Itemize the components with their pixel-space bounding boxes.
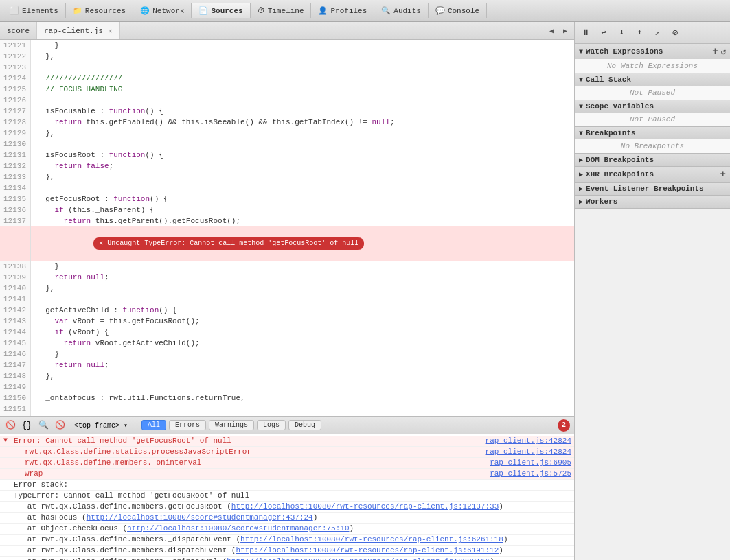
console-info-entry: at Object.checkFocus (http://localhost:1… bbox=[0, 524, 574, 535]
main-area: score rap-client.js ✕ ◀ ▶ 12121 } 12122 bbox=[0, 22, 730, 560]
event-listener-header[interactable]: ▶ Event Listener Breakpoints bbox=[575, 183, 730, 195]
console-content[interactable]: ▼ Error: Cannot call method 'getFocusRoo… bbox=[0, 434, 574, 560]
table-row: 12138 } bbox=[0, 261, 574, 272]
step-into-button[interactable]: ⬇ bbox=[613, 25, 630, 41]
tab-elements[interactable]: ⬜ Elements bbox=[3, 3, 66, 18]
debug-toolbar: ⏸ ↩ ⬇ ⬆ ↗ ⊘ bbox=[575, 22, 730, 44]
step-out-button[interactable]: ⬆ bbox=[631, 25, 648, 41]
table-row: 12151 bbox=[0, 404, 574, 415]
tab-resources[interactable]: 📁 Resources bbox=[66, 3, 133, 18]
refresh-watch-button[interactable]: ↺ bbox=[721, 47, 726, 57]
table-row: 12125 // FOCUS HANDLING bbox=[0, 84, 574, 95]
workers-arrow-icon: ▶ bbox=[579, 198, 583, 206]
filter-warnings[interactable]: Warnings bbox=[209, 420, 254, 430]
console-entry-text: rwt.qx.Class.define.statics.processJavaS… bbox=[22, 447, 483, 457]
breakpoints-header[interactable]: ▼ Breakpoints bbox=[575, 127, 730, 139]
call-stack-arrow-icon: ▼ bbox=[579, 76, 583, 84]
sources-icon: 📄 bbox=[198, 6, 208, 15]
file-tab-score[interactable]: score bbox=[0, 22, 37, 39]
resources-icon: 📁 bbox=[73, 6, 82, 15]
xhr-breakpoints-title: XHR Breakpoints bbox=[586, 170, 654, 178]
xhr-breakpoints-header[interactable]: ▶ XHR Breakpoints + bbox=[575, 167, 730, 182]
breakpoints-title: Breakpoints bbox=[586, 129, 636, 137]
tab-sources[interactable]: 📄 Sources bbox=[192, 3, 250, 18]
table-row: 12124 ///////////////// bbox=[0, 73, 574, 84]
workers-title: Workers bbox=[586, 198, 617, 206]
tab-console[interactable]: 💬 Console bbox=[429, 3, 487, 18]
scope-variables-header[interactable]: ▼ Scope Variables bbox=[575, 100, 730, 113]
watch-expressions-section: ▼ Watch Expressions + ↺ No Watch Express… bbox=[575, 44, 730, 73]
stack-link[interactable]: http://localhost:10080/rwt-resources/rap… bbox=[236, 546, 499, 555]
console-entry-text: Error: Cannot call method 'getFocusRoot'… bbox=[11, 436, 483, 446]
step-over-button[interactable]: ↩ bbox=[595, 25, 612, 41]
deactivate-button[interactable]: ⊘ bbox=[667, 25, 683, 41]
stack-link[interactable]: http://localhost:10080/score#studentmana… bbox=[87, 513, 313, 522]
console-search-button[interactable]: 🔍 bbox=[37, 419, 49, 432]
tab-audits[interactable]: 🔍 Audits bbox=[374, 3, 429, 18]
console-frame-selector[interactable]: <top frame> ▾ bbox=[70, 419, 132, 432]
error-count: 2 bbox=[558, 419, 570, 432]
entry-source[interactable]: rap-client.js:6905 bbox=[487, 458, 574, 468]
dom-arrow-icon: ▶ bbox=[579, 156, 583, 164]
entry-source[interactable]: rap-client.js:42824 bbox=[483, 436, 574, 446]
stack-link[interactable]: http://localhost:10080/rwt-resources/rap… bbox=[240, 535, 503, 544]
console-entry-text: Error stack: bbox=[11, 480, 574, 490]
tab-network[interactable]: 🌐 Network bbox=[133, 3, 192, 18]
console-area: 🚫 {} 🔍 🚫 <top frame> ▾ All Errors Warnin… bbox=[0, 416, 574, 560]
entry-source[interactable]: rap-client.js:42824 bbox=[483, 447, 574, 457]
console-info-entry: at hasFocus (http://localhost:10080/scor… bbox=[0, 513, 574, 524]
table-row: 12146 } bbox=[0, 349, 574, 360]
tab-next-button[interactable]: ▶ bbox=[559, 25, 571, 37]
table-row: 12130 bbox=[0, 139, 574, 150]
console-toolbar: 🚫 {} 🔍 🚫 <top frame> ▾ All Errors Warnin… bbox=[0, 417, 574, 434]
dom-breakpoints-header[interactable]: ▶ DOM Breakpoints bbox=[575, 154, 730, 166]
scope-arrow-icon: ▼ bbox=[579, 103, 583, 110]
filter-errors[interactable]: Errors bbox=[169, 420, 206, 430]
tab-profiles[interactable]: 👤 Profiles bbox=[311, 3, 374, 18]
console-sub-entry: wrap rap-client.js:5725 bbox=[0, 469, 574, 480]
workers-header[interactable]: ▶ Workers bbox=[575, 196, 730, 208]
watch-expressions-header[interactable]: ▼ Watch Expressions + ↺ bbox=[575, 44, 730, 59]
filter-debug[interactable]: Debug bbox=[288, 420, 321, 430]
table-row: 12134 bbox=[0, 183, 574, 194]
filter-all[interactable]: All bbox=[141, 420, 166, 430]
scope-variables-content: Not Paused bbox=[575, 113, 730, 126]
file-tab-rap-client[interactable]: rap-client.js ✕ bbox=[37, 22, 120, 39]
table-row: 12148 }, bbox=[0, 371, 574, 382]
table-row: 12132 return false; bbox=[0, 161, 574, 172]
console-clear-button[interactable]: 🚫 bbox=[4, 419, 16, 432]
dom-breakpoints-title: DOM Breakpoints bbox=[586, 156, 654, 164]
add-watch-button[interactable]: + bbox=[712, 46, 718, 57]
stack-link[interactable]: http://localhost:10080/rwt-resources/rap… bbox=[227, 557, 490, 560]
console-error-entry: ▼ Error: Cannot call method 'getFocusRoo… bbox=[0, 436, 574, 447]
event-listener-title: Event Listener Breakpoints bbox=[586, 185, 704, 193]
console-entry-text: at rwt.qx.Class.define.members._dispatch… bbox=[11, 535, 574, 545]
code-editor[interactable]: 12121 } 12122 }, 12123 12124 ///////////… bbox=[0, 40, 574, 416]
table-row: 12128 return this.getEnabled() && this.i… bbox=[0, 117, 574, 128]
console-expand-button[interactable]: {} bbox=[21, 419, 33, 432]
close-tab-icon[interactable]: ✕ bbox=[109, 27, 113, 35]
filter-logs[interactable]: Logs bbox=[257, 420, 286, 430]
table-row: 12129 }, bbox=[0, 128, 574, 139]
pause-button[interactable]: ⏸ bbox=[578, 25, 594, 41]
tab-timeline[interactable]: ⏱ Timeline bbox=[251, 3, 312, 18]
entry-source[interactable]: rap-client.js:5725 bbox=[487, 469, 574, 479]
error-badge: ✕ Uncaught TypeError: Cannot call method… bbox=[93, 237, 364, 250]
console-filter-button[interactable]: 🚫 bbox=[54, 419, 66, 432]
console-entry-text: rwt.qx.Class.define.members._oninterval bbox=[22, 458, 487, 468]
stack-link[interactable]: http://localhost:10080/rwt-resources/rap… bbox=[231, 502, 499, 511]
call-stack-header[interactable]: ▼ Call Stack bbox=[575, 73, 730, 86]
stack-link[interactable]: http://localhost:10080/score#studentmana… bbox=[127, 524, 349, 533]
table-row: 12123 bbox=[0, 62, 574, 73]
table-row: 12152 _applyFocused : function(value, ol… bbox=[0, 415, 574, 416]
add-xhr-button[interactable]: + bbox=[720, 169, 726, 180]
tab-prev-button[interactable]: ◀ bbox=[545, 25, 558, 37]
console-entry-text: wrap bbox=[22, 469, 487, 479]
table-row: 12135 getFocusRoot : function() { bbox=[0, 194, 574, 205]
table-row: 12144 if (vRoot) { bbox=[0, 327, 574, 338]
xhr-arrow-icon: ▶ bbox=[579, 170, 583, 178]
error-count-badge: 2 bbox=[558, 419, 570, 432]
scope-variables-section: ▼ Scope Variables Not Paused bbox=[575, 100, 730, 127]
continue-button[interactable]: ↗ bbox=[649, 25, 665, 41]
elements-icon: ⬜ bbox=[10, 6, 19, 15]
